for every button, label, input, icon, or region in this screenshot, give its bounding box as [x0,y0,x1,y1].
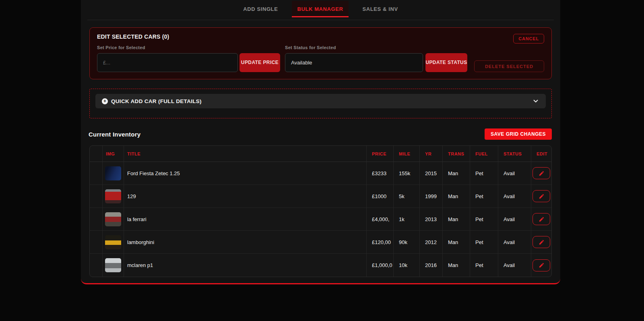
price-cell[interactable]: £120,00 [366,231,393,253]
plus-circle-icon: + [102,98,108,104]
chevron-down-icon [532,97,539,105]
tab-bulk-manager[interactable]: BULK MANAGER [292,1,348,17]
yr-cell[interactable]: 1999 [419,185,442,207]
table-row: la ferrari £4,000, 1k 2013 Man Pet Avail [90,208,551,231]
header-select [90,146,102,162]
main-panel: ADD SINGLE BULK MANAGER SALES & INV EDIT… [81,0,560,284]
delete-selected-button[interactable]: DELETE SELECTED [474,60,544,72]
yr-cell[interactable]: 2015 [419,162,442,184]
car-title-cell[interactable]: Ford Fiesta Zetec 1.25 [124,162,366,184]
bulk-price-input[interactable] [97,53,238,72]
pencil-icon [539,193,545,199]
price-cell[interactable]: £3233 [366,162,393,184]
edit-row-button[interactable] [533,167,550,179]
car-title-cell[interactable]: lamborghini [124,231,366,253]
update-status-button[interactable]: UPDATE STATUS [425,53,467,72]
header-img: IMG [102,146,124,162]
mile-cell[interactable]: 5k [393,185,419,207]
trans-cell[interactable]: Man [442,254,470,277]
header-title: TITLE [124,146,366,162]
mile-cell[interactable]: 1k [393,208,419,230]
fuel-cell[interactable]: Pet [470,254,498,277]
edit-selected-title: EDIT SELECTED CARS (0) [97,33,544,40]
car-thumbnail [105,189,121,203]
cancel-button[interactable]: CANCEL [513,34,544,43]
inventory-heading: Current Inventory [89,131,140,138]
header-price: PRICE [366,146,393,162]
quick-add-toggle[interactable]: + QUICK ADD CAR (FULL DETAILS) [95,94,546,108]
header-trans: TRANS [442,146,470,162]
status-cell[interactable]: Avail [498,185,531,207]
car-title-cell[interactable]: 129 [124,185,366,207]
pencil-icon [539,239,545,245]
table-header-row: IMG TITLE PRICE MILE YR TRANS FUEL STATU… [90,146,551,162]
header-edit: EDIT [531,146,551,162]
edit-row-button[interactable] [533,259,550,271]
row-select-cell[interactable] [90,208,102,230]
edit-row-button[interactable] [533,236,550,248]
trans-cell[interactable]: Man [442,231,470,253]
yr-cell[interactable]: 2012 [419,231,442,253]
car-thumbnail [105,258,121,272]
update-price-button[interactable]: UPDATE PRICE [239,53,280,72]
edit-row-button[interactable] [533,190,550,202]
tab-sales-inv[interactable]: SALES & INV [357,1,403,17]
car-thumbnail [105,212,121,226]
edit-selected-panel: EDIT SELECTED CARS (0) CANCEL Set Price … [89,27,552,79]
tab-add-single[interactable]: ADD SINGLE [238,1,283,17]
row-select-cell[interactable] [90,185,102,207]
mile-cell[interactable]: 90k [393,231,419,253]
car-title-cell[interactable]: la ferrari [124,208,366,230]
header-mile: MILE [393,146,419,162]
fuel-cell[interactable]: Pet [470,162,498,184]
price-cell[interactable]: £1000 [366,185,393,207]
price-field-group: Set Price for Selected [97,45,238,72]
table-row: 129 £1000 5k 1999 Man Pet Avail [90,185,551,208]
row-select-cell[interactable] [90,254,102,277]
inventory-table: IMG TITLE PRICE MILE YR TRANS FUEL STATU… [89,145,552,277]
trans-cell[interactable]: Man [442,162,470,184]
pencil-icon [539,216,545,222]
status-cell[interactable]: Avail [498,208,531,230]
table-row: mclaren p1 £1,000,0 10k 2016 Man Pet Ava… [90,254,551,277]
edit-row-button[interactable] [533,213,550,225]
fuel-cell[interactable]: Pet [470,208,498,230]
status-field-label: Set Status for Selected [285,45,423,50]
quick-add-label: QUICK ADD CAR (FULL DETAILS) [111,98,202,104]
price-cell[interactable]: £4,000, [366,208,393,230]
save-grid-changes-button[interactable]: SAVE GRID CHANGES [485,128,552,140]
pencil-icon [539,262,545,268]
price-field-label: Set Price for Selected [97,45,238,50]
status-cell[interactable]: Avail [498,231,531,253]
price-cell[interactable]: £1,000,0 [366,254,393,277]
bulk-edit-controls: Set Price for Selected UPDATE PRICE Set … [97,45,544,72]
mile-cell[interactable]: 10k [393,254,419,277]
table-row: Ford Fiesta Zetec 1.25 £3233 155k 2015 M… [90,162,551,185]
mile-cell[interactable]: 155k [393,162,419,184]
trans-cell[interactable]: Man [442,185,470,207]
bulk-status-select[interactable]: Available [285,53,423,72]
car-thumbnail [105,166,121,180]
yr-cell[interactable]: 2016 [419,254,442,277]
status-cell[interactable]: Avail [498,162,531,184]
quick-add-section: + QUICK ADD CAR (FULL DETAILS) [89,89,552,118]
header-status: STATUS [498,146,531,162]
status-field-group: Set Status for Selected Available [285,45,423,72]
row-select-cell[interactable] [90,231,102,253]
yr-cell[interactable]: 2013 [419,208,442,230]
car-thumbnail [105,235,121,249]
row-select-cell[interactable] [90,162,102,184]
fuel-cell[interactable]: Pet [470,185,498,207]
page-background: ADD SINGLE BULK MANAGER SALES & INV EDIT… [0,0,644,321]
header-fuel: FUEL [470,146,498,162]
pencil-icon [539,170,545,176]
status-cell[interactable]: Avail [498,254,531,277]
fuel-cell[interactable]: Pet [470,231,498,253]
header-yr: YR [419,146,442,162]
table-row: lamborghini £120,00 90k 2012 Man Pet Ava… [90,231,551,254]
inventory-header-row: Current Inventory SAVE GRID CHANGES [89,128,552,140]
tab-bar: ADD SINGLE BULK MANAGER SALES & INV [87,0,554,20]
trans-cell[interactable]: Man [442,208,470,230]
car-title-cell[interactable]: mclaren p1 [124,254,366,277]
